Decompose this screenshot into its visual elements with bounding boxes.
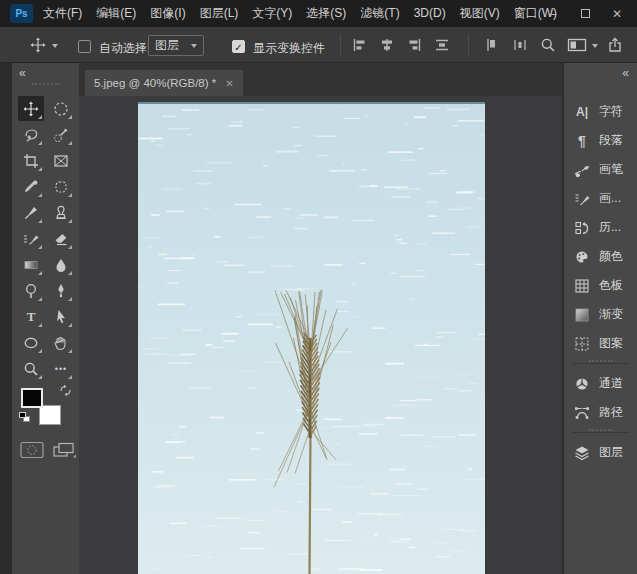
crop-icon (23, 153, 39, 169)
dodge-icon (23, 283, 39, 299)
tool-blur[interactable] (48, 252, 74, 277)
swatches-icon (573, 278, 591, 294)
minimize-icon: – (550, 7, 557, 21)
panel-tab-history[interactable]: 历... (564, 213, 637, 242)
align-top-edges-icon[interactable] (484, 37, 500, 53)
tool-shape[interactable] (18, 330, 44, 355)
tool-lasso[interactable] (18, 122, 44, 147)
close-button[interactable]: ✕ (601, 0, 633, 27)
screen-mode-button[interactable] (52, 441, 76, 459)
document-tab[interactable]: 5.jpeg @ 40%(RGB/8) * ✕ (85, 70, 243, 96)
tool-crop[interactable] (18, 148, 44, 173)
tool-gradient[interactable] (18, 252, 44, 277)
eyedropper-icon (23, 179, 39, 195)
tool-preset-chevron-icon[interactable] (52, 44, 58, 48)
tool-hand[interactable] (48, 330, 74, 355)
align-center-horizontal-icon[interactable] (379, 37, 395, 53)
menu-3d[interactable]: 3D(D) (407, 0, 453, 27)
align-left-icon[interactable] (352, 37, 368, 53)
clone-stamp-icon (53, 205, 69, 221)
paths-icon (573, 405, 591, 421)
canvas-pasteboard[interactable] (79, 96, 562, 574)
move-icon (23, 101, 39, 117)
minimize-button[interactable]: – (537, 0, 569, 27)
foreground-color-swatch[interactable] (21, 388, 43, 408)
share-icon[interactable] (607, 37, 623, 53)
swap-colors-icon[interactable] (59, 384, 72, 397)
menu-layer[interactable]: 图层(L) (193, 0, 246, 27)
tool-history-brush[interactable] (18, 226, 44, 251)
options-separator (340, 34, 341, 56)
align-right-icon[interactable] (406, 37, 422, 53)
more-tools-icon: ••• (55, 364, 67, 374)
auto-select-checkbox[interactable] (78, 40, 91, 53)
menu-edit[interactable]: 编辑(E) (89, 0, 143, 27)
panel-collapse-icon[interactable]: « (622, 67, 629, 79)
panel-tab-paragraph[interactable]: ¶ 段落 (564, 126, 637, 155)
tool-marquee[interactable] (48, 96, 74, 121)
panel-tab-swatches[interactable]: 色板 (564, 271, 637, 300)
tool-clone-stamp[interactable] (48, 200, 74, 225)
menu-filter[interactable]: 滤镜(T) (353, 0, 406, 27)
maximize-button[interactable] (569, 0, 601, 27)
background-color-swatch[interactable] (39, 405, 61, 425)
eraser-icon (53, 231, 69, 247)
tools-panel: « (12, 63, 79, 574)
menu-image[interactable]: 图像(I) (143, 0, 192, 27)
panel-tab-patterns[interactable]: 图案 (564, 329, 637, 358)
brush-icon (23, 205, 39, 221)
history-icon (573, 220, 591, 236)
panel-tab-character[interactable]: A| 字符 (564, 97, 637, 126)
tool-frame[interactable] (48, 148, 74, 173)
quick-selection-icon (53, 127, 69, 143)
tools-grip[interactable] (32, 83, 60, 85)
panel-tab-brush-settings[interactable]: 画... (564, 184, 637, 213)
show-transform-checkbox[interactable]: ✓ (232, 40, 245, 53)
menu-select[interactable]: 选择(S) (299, 0, 353, 27)
history-brush-icon (23, 231, 39, 247)
channels-icon (573, 376, 591, 392)
ellipse-shape-icon (23, 335, 39, 351)
tool-brush[interactable] (18, 200, 44, 225)
tool-type[interactable]: T (18, 304, 44, 329)
layers-icon (573, 445, 591, 461)
color-icon (573, 249, 591, 265)
tool-pen[interactable] (48, 278, 74, 303)
tool-quick-select[interactable] (48, 122, 74, 147)
panel-tab-layers[interactable]: 图层 (564, 438, 637, 467)
menu-type[interactable]: 文字(Y) (245, 0, 299, 27)
default-colors-icon[interactable] (19, 412, 30, 422)
photo-wheat-image[interactable] (138, 102, 485, 574)
auto-select-target-dropdown[interactable]: 图层 (148, 35, 204, 56)
tool-move[interactable] (18, 96, 44, 121)
tool-more[interactable]: ••• (48, 356, 74, 381)
distribute-horizontal-icon[interactable] (512, 37, 528, 53)
panel-tab-channels[interactable]: 通道 (564, 369, 637, 398)
gradient-icon (23, 257, 39, 273)
photoshop-window: Ps 文件(F) 编辑(E) 图像(I) 图层(L) 文字(Y) 选择(S) 滤… (0, 0, 637, 574)
tab-close-icon[interactable]: ✕ (225, 78, 233, 89)
distribute-vertical-centers-icon[interactable] (434, 37, 450, 53)
search-icon[interactable] (540, 37, 556, 53)
panel-tab-gradients[interactable]: 渐变 (564, 300, 637, 329)
tool-dodge[interactable] (18, 278, 44, 303)
tool-options-bar: 自动选择: 图层 ✓ 显示变换控件 (0, 27, 637, 63)
workspace-chevron-icon[interactable] (592, 44, 598, 48)
tool-path-select[interactable] (48, 304, 74, 329)
workspace-arrange-icon[interactable] (567, 37, 589, 53)
panel-tab-paths[interactable]: 路径 (564, 398, 637, 427)
tool-healing[interactable] (48, 174, 74, 199)
menu-view[interactable]: 视图(V) (453, 0, 507, 27)
panel-tab-color[interactable]: 颜色 (564, 242, 637, 271)
selection-arrow-icon (53, 309, 69, 325)
tools-collapse-icon[interactable]: « (19, 67, 26, 79)
maximize-icon (581, 9, 590, 18)
menu-file[interactable]: 文件(F) (36, 0, 89, 27)
quick-mask-button[interactable] (20, 441, 44, 459)
tool-zoom[interactable] (18, 356, 44, 381)
tool-eraser[interactable] (48, 226, 74, 251)
dropdown-chevron-icon (191, 44, 197, 48)
tool-eyedropper[interactable] (18, 174, 44, 199)
blur-drop-icon (53, 257, 69, 273)
panel-tab-brushes[interactable]: 画笔 (564, 155, 637, 184)
